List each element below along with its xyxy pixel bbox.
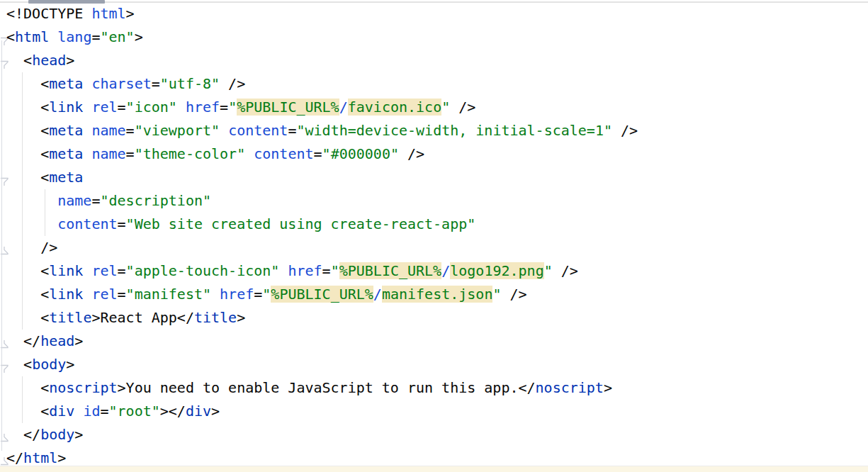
code-line: <link rel="apple-touch-icon" href="%PUBL… [6, 259, 638, 283]
code-token: div [186, 403, 211, 420]
code-token: React App [100, 309, 176, 326]
code-token: < [6, 379, 49, 396]
code-token: <!DOCTYPE [6, 5, 91, 22]
code-token: = [314, 145, 322, 162]
code-token: < [6, 262, 49, 279]
code-token: " [544, 262, 553, 279]
code-token [245, 145, 254, 162]
code-token: " [228, 99, 237, 116]
code-token: / [339, 99, 348, 116]
code-line: <div id="root"></div> [6, 400, 638, 423]
code-token: "root" [109, 403, 160, 420]
code-token: "apple-touch-icon" [126, 262, 280, 279]
code-token: < [6, 122, 49, 139]
code-line: content="Web site created using create-r… [6, 213, 638, 236]
code-token: > [118, 379, 126, 396]
code-editor[interactable]: <!DOCTYPE html><html lang="en"> <head> <… [0, 0, 868, 472]
code-line: <html lang="en"> [6, 26, 638, 49]
code-token: = [100, 403, 108, 420]
code-token: "manifest" [126, 286, 211, 303]
code-line: <link rel="manifest" href="%PUBLIC_URL%/… [6, 283, 638, 306]
code-token: name [91, 122, 125, 139]
code-token: = [118, 99, 126, 116]
code-token: noscript [536, 379, 604, 396]
code-token: = [254, 286, 262, 303]
code-token: "description" [100, 192, 211, 209]
code-token [6, 192, 57, 209]
code-token: rel [91, 286, 117, 303]
code-token [83, 122, 91, 139]
code-token: "icon" [126, 99, 177, 116]
code-token: name [57, 192, 91, 209]
code-token: /> [450, 99, 475, 116]
template-token: logo192.png [450, 262, 543, 279]
code-token: meta [49, 169, 83, 186]
code-token: meta [49, 122, 83, 139]
code-token: </ [6, 426, 40, 443]
code-token: html [23, 449, 57, 466]
code-token: "#000000" [322, 145, 399, 162]
code-token: </ [518, 379, 535, 396]
code-token: content [254, 145, 313, 162]
code-token: " [262, 286, 271, 303]
code-token: = [91, 192, 100, 209]
template-token: manifest.json [382, 286, 493, 303]
code-token: link [49, 99, 83, 116]
code-token: " [331, 262, 339, 279]
code-token: > [66, 52, 74, 69]
code-token: /> [399, 145, 424, 162]
code-token [177, 99, 186, 116]
code-token: name [91, 145, 125, 162]
code-line: <link rel="icon" href="%PUBLIC_URL%/favi… [6, 96, 638, 119]
code-token: < [6, 28, 15, 45]
code-token: > [91, 309, 100, 326]
code-token [83, 99, 91, 116]
code-token [83, 286, 91, 303]
code-token: charset [91, 75, 151, 92]
code-token: = [288, 122, 296, 139]
code-token: body [40, 426, 74, 443]
code-token: title [194, 309, 237, 326]
code-text-area[interactable]: <!DOCTYPE html><html lang="en"> <head> <… [6, 2, 638, 470]
code-token [74, 403, 83, 420]
code-token: /> [553, 262, 578, 279]
code-token: > [126, 5, 135, 22]
code-token: = [126, 122, 135, 139]
template-token: favicon.ico [348, 99, 441, 116]
code-token: "Web site created using create-react-app… [126, 215, 476, 232]
code-token: href [288, 262, 322, 279]
code-token [83, 75, 91, 92]
code-token: / [373, 286, 382, 303]
code-token: /> [501, 286, 526, 303]
code-token: < [6, 286, 49, 303]
code-token: rel [91, 99, 117, 116]
code-line: name="description" [6, 189, 638, 213]
code-token: id [83, 403, 100, 420]
code-token: noscript [49, 379, 117, 396]
bottom-panel-edge [0, 466, 868, 472]
code-token: > [135, 28, 143, 45]
code-token: link [49, 286, 83, 303]
code-token: link [49, 262, 83, 279]
code-token: < [6, 52, 32, 69]
code-token [49, 28, 57, 45]
code-line: </head> [6, 330, 638, 353]
code-line: <body> [6, 353, 638, 376]
code-token: div [49, 403, 74, 420]
code-token: content [228, 122, 288, 139]
code-token: > [237, 309, 245, 326]
code-token: /> [612, 122, 638, 139]
code-token: = [152, 75, 160, 92]
code-token: > [604, 379, 612, 396]
code-token: head [40, 332, 74, 349]
code-token: / [441, 262, 450, 279]
code-line: <title>React App</title> [6, 306, 638, 330]
code-token: = [91, 28, 100, 45]
code-token: title [49, 309, 91, 326]
code-token: "width=device-width, initial-scale=1" [296, 122, 612, 139]
code-token: " [441, 99, 450, 116]
code-token: lang [57, 28, 91, 45]
code-token: /> [6, 239, 57, 256]
code-token: "en" [100, 28, 134, 45]
code-token: head [32, 52, 66, 69]
